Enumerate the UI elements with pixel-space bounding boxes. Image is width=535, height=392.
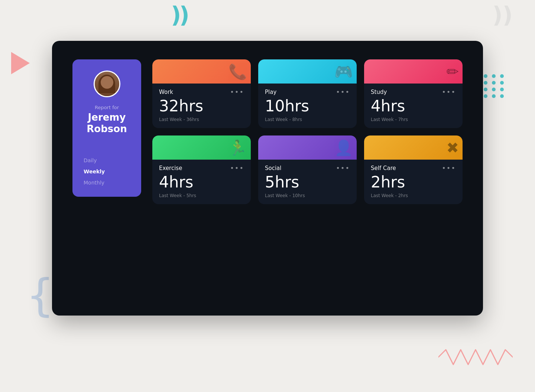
deco-zigzag [438, 346, 513, 370]
stats-grid: 📞 Work ••• 32hrs Last Week - 36hrs 🎮 Pla… [152, 59, 463, 204]
social-menu[interactable]: ••• [336, 166, 350, 170]
exercise-menu[interactable]: ••• [230, 166, 244, 170]
exercise-bar: 🏃 [152, 135, 251, 160]
report-for-label: Report for [95, 105, 119, 110]
social-last-week: Last Week - 10hrs [265, 193, 350, 198]
exercise-last-week: Last Week - 5hrs [159, 193, 244, 198]
play-title: Play [265, 89, 276, 95]
filter-daily[interactable]: Daily [84, 157, 134, 163]
study-icon: ✏️ [446, 63, 459, 80]
deco-brace: { [26, 273, 54, 318]
work-icon: 📞 [228, 63, 247, 81]
social-title: Social [265, 165, 281, 172]
dashboard: Report for Jeremy Robson Daily Weekly Mo… [52, 41, 483, 316]
stat-card-play: 🎮 Play ••• 10hrs Last Week - 8hrs [258, 59, 357, 128]
selfcare-hours: 2hrs [371, 174, 456, 191]
study-last-week: Last Week - 7hrs [371, 117, 456, 122]
selfcare-last-week: Last Week - 2hrs [371, 193, 456, 198]
study-title: Study [371, 89, 387, 95]
deco-quotes-right: )) [492, 4, 513, 26]
play-hours: 10hrs [265, 98, 350, 115]
filter-monthly[interactable]: Monthly [84, 180, 134, 186]
avatar [94, 71, 120, 97]
exercise-title: Exercise [159, 165, 182, 172]
work-menu[interactable]: ••• [230, 90, 244, 94]
stat-card-social: 👤 Social ••• 5hrs Last Week - 10hrs [258, 135, 357, 204]
exercise-hours: 4hrs [159, 174, 244, 191]
stat-card-selfcare: ✖ Self Care ••• 2hrs Last Week - 2hrs [364, 135, 463, 204]
exercise-icon: 🏃 [228, 139, 247, 157]
selfcare-bar: ✖ [364, 135, 463, 160]
selfcare-icon: ✖ [446, 139, 459, 156]
deco-arrow [11, 52, 30, 74]
study-hours: 4hrs [371, 98, 456, 115]
social-icon: 👤 [334, 139, 353, 157]
study-menu[interactable]: ••• [442, 90, 456, 94]
selfcare-title: Self Care [371, 165, 396, 172]
social-hours: 5hrs [265, 174, 350, 191]
deco-quotes: )) [171, 4, 188, 26]
social-bar: 👤 [258, 135, 357, 160]
profile-name: Jeremy Robson [80, 112, 134, 135]
play-icon: 🎮 [334, 63, 353, 81]
stat-card-study: ✏️ Study ••• 4hrs Last Week - 7hrs [364, 59, 463, 128]
work-bar: 📞 [152, 59, 251, 84]
time-filters: Daily Weekly Monthly [80, 157, 134, 186]
play-last-week: Last Week - 8hrs [265, 117, 350, 122]
stat-card-work: 📞 Work ••• 32hrs Last Week - 36hrs [152, 59, 251, 128]
play-menu[interactable]: ••• [336, 90, 350, 94]
profile-card: Report for Jeremy Robson Daily Weekly Mo… [72, 59, 141, 197]
work-title: Work [159, 89, 173, 95]
selfcare-menu[interactable]: ••• [442, 166, 456, 170]
study-bar: ✏️ [364, 59, 463, 84]
play-bar: 🎮 [258, 59, 357, 84]
work-last-week: Last Week - 36hrs [159, 117, 244, 122]
filter-weekly[interactable]: Weekly [84, 169, 134, 174]
work-hours: 32hrs [159, 98, 244, 115]
stat-card-exercise: 🏃 Exercise ••• 4hrs Last Week - 5hrs [152, 135, 251, 204]
